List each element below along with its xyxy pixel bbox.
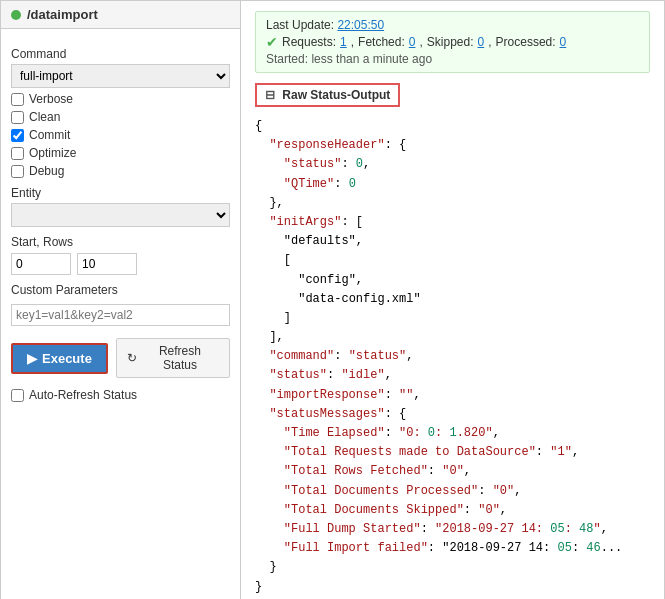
auto-refresh-row: Auto-Refresh Status xyxy=(11,388,230,402)
commit-checkbox[interactable] xyxy=(11,129,24,142)
refresh-label: Refresh Status xyxy=(141,344,219,372)
panel-title: /dataimport xyxy=(1,1,240,29)
skipped-label: Skipped: xyxy=(427,35,474,49)
commit-row: Commit xyxy=(11,128,230,142)
commit-label: Commit xyxy=(29,128,70,142)
clean-label: Clean xyxy=(29,110,60,124)
start-rows-label: Start, Rows xyxy=(11,235,230,249)
last-update-label: Last Update: xyxy=(266,18,334,32)
left-panel: /dataimport Command full-import delta-im… xyxy=(1,1,241,599)
skipped-value[interactable]: 0 xyxy=(478,35,485,49)
command-select[interactable]: full-import delta-import status reload-c… xyxy=(11,64,230,88)
requests-line: ✔ Requests: 1 , Fetched: 0 , Skipped: 0 … xyxy=(266,34,639,50)
execute-button[interactable]: ▶ Execute xyxy=(11,343,108,374)
optimize-checkbox[interactable] xyxy=(11,147,24,160)
fetched-label: Fetched: xyxy=(358,35,405,49)
custom-params-label: Custom Parameters xyxy=(11,283,230,297)
verbose-row: Verbose xyxy=(11,92,230,106)
clean-checkbox[interactable] xyxy=(11,111,24,124)
status-dot-green xyxy=(11,10,21,20)
auto-refresh-checkbox[interactable] xyxy=(11,389,24,402)
refresh-status-button[interactable]: ↻ Refresh Status xyxy=(116,338,230,378)
fetched-value[interactable]: 0 xyxy=(409,35,416,49)
started-line: Started: less than a minute ago xyxy=(266,52,639,66)
json-output: { "responseHeader": { "status": 0, "QTim… xyxy=(255,117,650,597)
started-value: less than a minute ago xyxy=(311,52,432,66)
entity-select[interactable] xyxy=(11,203,230,227)
right-panel: Last Update: 22:05:50 ✔ Requests: 1 , Fe… xyxy=(241,1,664,599)
refresh-icon: ↻ xyxy=(127,351,137,365)
clean-row: Clean xyxy=(11,110,230,124)
debug-row: Debug xyxy=(11,164,230,178)
optimize-row: Optimize xyxy=(11,146,230,160)
started-label: Started: xyxy=(266,52,308,66)
status-bar: Last Update: 22:05:50 ✔ Requests: 1 , Fe… xyxy=(255,11,650,73)
debug-label: Debug xyxy=(29,164,64,178)
verbose-label: Verbose xyxy=(29,92,73,106)
processed-value[interactable]: 0 xyxy=(560,35,567,49)
requests-value[interactable]: 1 xyxy=(340,35,347,49)
panel-body: Command full-import delta-import status … xyxy=(1,29,240,412)
last-update-time[interactable]: 22:05:50 xyxy=(337,18,384,32)
entity-label: Entity xyxy=(11,186,230,200)
optimize-label: Optimize xyxy=(29,146,76,160)
raw-status-label: Raw Status-Output xyxy=(282,88,390,102)
comma1: , xyxy=(351,35,354,49)
last-update-line: Last Update: 22:05:50 xyxy=(266,18,639,32)
check-icon: ✔ xyxy=(266,34,278,50)
raw-status-icon: ⊟ xyxy=(265,88,275,102)
panel-title-text: /dataimport xyxy=(27,7,98,22)
execute-icon: ▶ xyxy=(27,351,37,366)
start-rows-inputs xyxy=(11,253,230,275)
custom-params-input[interactable] xyxy=(11,304,230,326)
comma3: , xyxy=(488,35,491,49)
debug-checkbox[interactable] xyxy=(11,165,24,178)
start-input[interactable] xyxy=(11,253,71,275)
rows-input[interactable] xyxy=(77,253,137,275)
comma2: , xyxy=(419,35,422,49)
auto-refresh-label: Auto-Refresh Status xyxy=(29,388,137,402)
raw-status-toggle[interactable]: ⊟ Raw Status-Output xyxy=(255,83,400,107)
processed-label: Processed: xyxy=(496,35,556,49)
execute-label: Execute xyxy=(42,351,92,366)
requests-label: Requests: xyxy=(282,35,336,49)
verbose-checkbox[interactable] xyxy=(11,93,24,106)
command-label: Command xyxy=(11,47,230,61)
action-buttons: ▶ Execute ↻ Refresh Status xyxy=(11,338,230,378)
